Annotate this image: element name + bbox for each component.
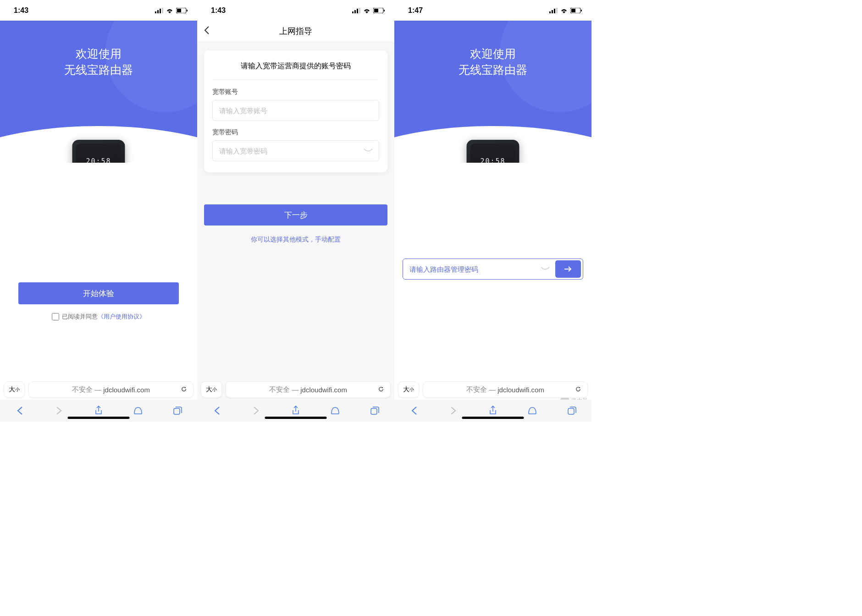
text-size-button[interactable]: 大小 [4, 381, 25, 398]
submit-arrow-button[interactable] [555, 260, 581, 278]
arrow-right-icon [564, 266, 573, 272]
url-text: jdcloudwifi.com [497, 386, 544, 394]
welcome-hero: 欢迎使用 无线宝路由器 20:58 [394, 21, 591, 163]
svg-rect-14 [384, 10, 385, 11]
page-title: 上网指导 [279, 26, 312, 37]
wifi-icon [560, 8, 568, 13]
hero-title-line1: 欢迎使用 [0, 46, 197, 62]
nav-header: 上网指导 [197, 21, 394, 41]
cellular-icon [155, 8, 163, 13]
next-step-button[interactable]: 下一步 [204, 204, 387, 226]
cellular-icon [352, 8, 360, 13]
battery-icon [176, 8, 188, 13]
url-text: jdcloudwifi.com [103, 386, 150, 394]
cellular-icon [549, 8, 558, 13]
eye-closed-icon[interactable] [364, 147, 373, 155]
svg-rect-9 [354, 10, 356, 13]
hero-title-line2: 无线宝路由器 [0, 62, 197, 78]
admin-password-field [403, 258, 583, 280]
wifi-icon [363, 8, 370, 13]
status-icons [155, 8, 188, 13]
status-bar: 1:43 [0, 0, 197, 21]
svg-rect-21 [571, 9, 575, 12]
svg-rect-2 [160, 9, 161, 13]
wifi-icon [166, 8, 173, 13]
status-time: 1:47 [408, 6, 423, 15]
screen-setup-guide: 1:43 上网指导 请输入宽带运营商提供的账号密码 宽带账号 宽带密码 下一步 … [197, 0, 394, 422]
security-label: 不安全 — [72, 385, 101, 394]
browser-url-bar: 大小 不安全 — jdcloudwifi.com [394, 380, 591, 400]
url-text: jdcloudwifi.com [300, 386, 347, 394]
status-time: 1:43 [14, 6, 28, 15]
start-experience-button[interactable]: 开始体验 [18, 282, 179, 304]
status-bar: 1:43 [197, 0, 394, 21]
reload-icon[interactable] [575, 385, 582, 394]
security-label: 不安全 — [269, 385, 298, 394]
address-bar[interactable]: 不安全 — jdcloudwifi.com [226, 381, 391, 398]
password-label: 宽带密码 [212, 128, 379, 137]
address-bar[interactable]: 不安全 — jdcloudwifi.com [28, 381, 193, 398]
svg-rect-18 [554, 9, 555, 13]
device-clock: 20:58 [72, 157, 125, 163]
screen-welcome: 1:43 欢迎使用 无线宝路由器 20:58 开始体验 已阅读并同意 《用户使用… [0, 0, 197, 422]
status-bar: 1:47 [394, 0, 591, 21]
tabs-icon[interactable] [168, 402, 187, 420]
svg-rect-6 [187, 10, 188, 11]
broadband-account-input[interactable] [212, 100, 379, 121]
svg-rect-13 [374, 9, 378, 12]
text-size-button[interactable]: 大小 [201, 381, 222, 398]
status-time: 1:43 [211, 6, 226, 15]
forward-button[interactable] [50, 402, 68, 420]
bookmarks-icon[interactable] [129, 402, 147, 420]
broadband-form-card: 请输入宽带运营商提供的账号密码 宽带账号 宽带密码 [204, 50, 387, 172]
back-button[interactable] [11, 402, 29, 420]
agree-checkbox[interactable] [52, 313, 59, 320]
hero-title-line2: 无线宝路由器 [394, 62, 591, 78]
admin-password-input[interactable] [403, 259, 541, 279]
svg-rect-22 [581, 10, 582, 11]
svg-rect-3 [162, 8, 163, 13]
broadband-password-input[interactable] [212, 140, 379, 161]
svg-rect-0 [155, 11, 156, 13]
svg-rect-19 [556, 8, 558, 13]
welcome-hero: 欢迎使用 无线宝路由器 20:58 [0, 21, 197, 163]
forward-button[interactable] [247, 402, 265, 420]
back-chevron-icon[interactable] [204, 25, 210, 38]
battery-icon [373, 8, 385, 13]
bookmarks-icon[interactable] [326, 402, 344, 420]
screen-login: 1:47 欢迎使用 无线宝路由器 20:58 路由器 [394, 0, 591, 422]
back-button[interactable] [208, 402, 226, 420]
svg-rect-7 [174, 408, 180, 414]
status-icons [549, 8, 582, 13]
svg-rect-23 [568, 408, 574, 414]
manual-config-link[interactable]: 你可以选择其他模式，手动配置 [204, 236, 387, 244]
svg-rect-1 [157, 10, 159, 13]
battery-icon [570, 8, 582, 13]
back-button[interactable] [405, 402, 423, 420]
bookmarks-icon[interactable] [523, 402, 542, 420]
svg-rect-8 [352, 11, 354, 13]
home-indicator[interactable] [462, 417, 524, 419]
reload-icon[interactable] [180, 385, 188, 394]
home-indicator[interactable] [68, 417, 130, 419]
security-label: 不安全 — [466, 385, 496, 394]
router-device-image: 20:58 [467, 140, 519, 163]
reload-icon[interactable] [377, 385, 385, 394]
tabs-icon[interactable] [365, 402, 384, 420]
svg-rect-15 [371, 408, 377, 414]
hero-title-line1: 欢迎使用 [394, 46, 591, 62]
forward-button[interactable] [444, 402, 463, 420]
browser-url-bar: 大小 不安全 — jdcloudwifi.com [197, 380, 394, 400]
svg-rect-11 [359, 8, 360, 13]
router-device-image: 20:58 [72, 140, 125, 163]
text-size-button[interactable]: 大小 [398, 381, 419, 398]
tabs-icon[interactable] [563, 402, 581, 420]
user-agreement-link[interactable]: 《用户使用协议》 [98, 313, 145, 321]
svg-rect-17 [552, 10, 553, 13]
device-clock: 20:58 [467, 157, 519, 163]
eye-closed-icon[interactable] [541, 265, 550, 273]
status-icons [352, 8, 385, 13]
home-indicator[interactable] [265, 417, 327, 419]
account-label: 宽带账号 [212, 88, 379, 96]
address-bar[interactable]: 不安全 — jdcloudwifi.com [423, 381, 588, 398]
